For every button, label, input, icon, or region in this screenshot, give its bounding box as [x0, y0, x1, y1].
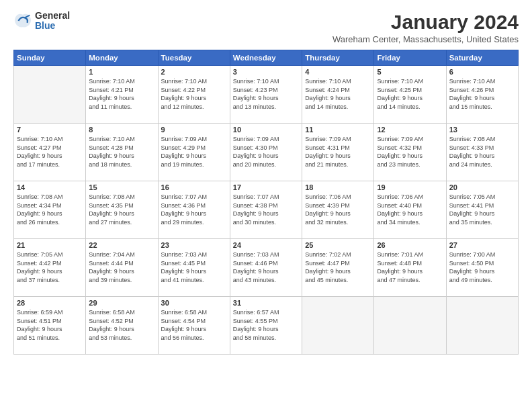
calendar: SundayMondayTuesdayWednesdayThursdayFrid… [13, 50, 519, 355]
title-section: January 2024 Wareham Center, Massachuset… [332, 11, 519, 44]
calendar-cell: 16Sunrise: 7:07 AMSunset: 4:36 PMDayligh… [158, 181, 230, 239]
header-day-sunday: Sunday [14, 50, 86, 66]
calendar-cell: 31Sunrise: 6:57 AMSunset: 4:55 PMDayligh… [230, 297, 302, 355]
day-number: 2 [161, 68, 227, 76]
day-info: Sunrise: 7:05 AMSunset: 4:41 PMDaylight:… [449, 193, 515, 226]
day-info: Sunrise: 7:04 AMSunset: 4:44 PMDaylight:… [89, 250, 154, 284]
day-number: 16 [161, 183, 227, 191]
day-number: 27 [449, 241, 515, 249]
day-number: 7 [17, 126, 83, 134]
day-info: Sunrise: 7:09 AMSunset: 4:29 PMDaylight:… [161, 135, 227, 169]
calendar-cell: 12Sunrise: 7:09 AMSunset: 4:32 PMDayligh… [374, 124, 446, 181]
day-number: 4 [305, 68, 371, 76]
day-info: Sunrise: 7:10 AMSunset: 4:25 PMDaylight:… [377, 77, 443, 111]
day-info: Sunrise: 7:08 AMSunset: 4:34 PMDaylight:… [17, 193, 83, 226]
week-row-3: 14Sunrise: 7:08 AMSunset: 4:34 PMDayligh… [14, 181, 519, 239]
day-info: Sunrise: 7:10 AMSunset: 4:21 PMDaylight:… [89, 77, 154, 111]
logo-icon [13, 11, 32, 30]
day-info: Sunrise: 7:03 AMSunset: 4:45 PMDaylight:… [161, 250, 227, 284]
calendar-cell: 7Sunrise: 7:10 AMSunset: 4:27 PMDaylight… [14, 124, 86, 181]
day-info: Sunrise: 7:03 AMSunset: 4:46 PMDaylight:… [233, 250, 299, 284]
logo-blue: Blue [35, 21, 70, 31]
day-number: 10 [233, 126, 299, 134]
day-number: 8 [89, 126, 154, 134]
day-info: Sunrise: 7:10 AMSunset: 4:27 PMDaylight:… [17, 135, 83, 169]
calendar-cell: 2Sunrise: 7:10 AMSunset: 4:22 PMDaylight… [158, 66, 230, 124]
calendar-cell: 14Sunrise: 7:08 AMSunset: 4:34 PMDayligh… [14, 181, 86, 239]
calendar-cell: 26Sunrise: 7:01 AMSunset: 4:48 PMDayligh… [374, 239, 446, 297]
day-number: 22 [89, 241, 154, 249]
calendar-cell: 6Sunrise: 7:10 AMSunset: 4:26 PMDaylight… [446, 66, 518, 124]
calendar-cell: 29Sunrise: 6:58 AMSunset: 4:52 PMDayligh… [86, 297, 158, 355]
logo-text: General Blue [35, 11, 70, 32]
day-info: Sunrise: 7:07 AMSunset: 4:38 PMDaylight:… [233, 193, 299, 226]
logo: General Blue [13, 11, 70, 32]
day-number: 1 [89, 68, 154, 76]
header-day-wednesday: Wednesday [230, 50, 302, 66]
day-info: Sunrise: 7:09 AMSunset: 4:32 PMDaylight:… [377, 135, 443, 169]
calendar-cell: 28Sunrise: 6:59 AMSunset: 4:51 PMDayligh… [14, 297, 86, 355]
day-number: 23 [161, 241, 227, 249]
day-number: 25 [305, 241, 371, 249]
day-number: 15 [89, 183, 154, 191]
day-info: Sunrise: 7:09 AMSunset: 4:30 PMDaylight:… [233, 135, 299, 169]
calendar-cell: 3Sunrise: 7:10 AMSunset: 4:23 PMDaylight… [230, 66, 302, 124]
day-number: 9 [161, 126, 227, 134]
day-info: Sunrise: 7:07 AMSunset: 4:36 PMDaylight:… [161, 193, 227, 226]
day-info: Sunrise: 7:08 AMSunset: 4:33 PMDaylight:… [449, 135, 515, 169]
day-number: 12 [377, 126, 443, 134]
logo-general: General [35, 11, 70, 21]
calendar-cell: 21Sunrise: 7:05 AMSunset: 4:42 PMDayligh… [14, 239, 86, 297]
day-number: 6 [449, 68, 515, 76]
calendar-cell: 22Sunrise: 7:04 AMSunset: 4:44 PMDayligh… [86, 239, 158, 297]
day-info: Sunrise: 6:58 AMSunset: 4:52 PMDaylight:… [89, 308, 154, 342]
calendar-cell [374, 297, 446, 355]
calendar-cell: 15Sunrise: 7:08 AMSunset: 4:35 PMDayligh… [86, 181, 158, 239]
day-number: 31 [233, 299, 299, 307]
day-info: Sunrise: 6:58 AMSunset: 4:54 PMDaylight:… [161, 308, 227, 342]
calendar-cell: 18Sunrise: 7:06 AMSunset: 4:39 PMDayligh… [302, 181, 374, 239]
day-number: 28 [17, 299, 83, 307]
month-title: January 2024 [332, 11, 519, 33]
calendar-cell: 8Sunrise: 7:10 AMSunset: 4:28 PMDaylight… [86, 124, 158, 181]
day-number: 17 [233, 183, 299, 191]
calendar-cell: 27Sunrise: 7:00 AMSunset: 4:50 PMDayligh… [446, 239, 518, 297]
day-number: 18 [305, 183, 371, 191]
day-number: 30 [161, 299, 227, 307]
day-info: Sunrise: 7:05 AMSunset: 4:42 PMDaylight:… [17, 250, 83, 284]
header-day-tuesday: Tuesday [158, 50, 230, 66]
header-day-friday: Friday [374, 50, 446, 66]
day-info: Sunrise: 7:09 AMSunset: 4:31 PMDaylight:… [305, 135, 371, 169]
calendar-cell: 19Sunrise: 7:06 AMSunset: 4:40 PMDayligh… [374, 181, 446, 239]
day-number: 20 [449, 183, 515, 191]
calendar-cell: 1Sunrise: 7:10 AMSunset: 4:21 PMDaylight… [86, 66, 158, 124]
day-info: Sunrise: 7:06 AMSunset: 4:39 PMDaylight:… [305, 193, 371, 226]
calendar-cell: 9Sunrise: 7:09 AMSunset: 4:29 PMDaylight… [158, 124, 230, 181]
calendar-cell: 30Sunrise: 6:58 AMSunset: 4:54 PMDayligh… [158, 297, 230, 355]
day-info: Sunrise: 7:06 AMSunset: 4:40 PMDaylight:… [377, 193, 443, 226]
day-number: 24 [233, 241, 299, 249]
day-number: 29 [89, 299, 154, 307]
calendar-cell: 4Sunrise: 7:10 AMSunset: 4:24 PMDaylight… [302, 66, 374, 124]
day-info: Sunrise: 7:10 AMSunset: 4:23 PMDaylight:… [233, 77, 299, 111]
calendar-cell: 24Sunrise: 7:03 AMSunset: 4:46 PMDayligh… [230, 239, 302, 297]
week-row-2: 7Sunrise: 7:10 AMSunset: 4:27 PMDaylight… [14, 124, 519, 181]
day-info: Sunrise: 7:10 AMSunset: 4:28 PMDaylight:… [89, 135, 154, 169]
day-number: 11 [305, 126, 371, 134]
day-info: Sunrise: 6:59 AMSunset: 4:51 PMDaylight:… [17, 308, 83, 342]
week-row-4: 21Sunrise: 7:05 AMSunset: 4:42 PMDayligh… [14, 239, 519, 297]
day-info: Sunrise: 7:02 AMSunset: 4:47 PMDaylight:… [305, 250, 371, 284]
day-number: 3 [233, 68, 299, 76]
calendar-cell [14, 66, 86, 124]
day-number: 5 [377, 68, 443, 76]
calendar-header-row: SundayMondayTuesdayWednesdayThursdayFrid… [14, 50, 519, 66]
day-number: 14 [17, 183, 83, 191]
calendar-cell: 10Sunrise: 7:09 AMSunset: 4:30 PMDayligh… [230, 124, 302, 181]
day-info: Sunrise: 7:08 AMSunset: 4:35 PMDaylight:… [89, 193, 154, 226]
calendar-cell: 5Sunrise: 7:10 AMSunset: 4:25 PMDaylight… [374, 66, 446, 124]
week-row-5: 28Sunrise: 6:59 AMSunset: 4:51 PMDayligh… [14, 297, 519, 355]
day-number: 26 [377, 241, 443, 249]
calendar-cell: 13Sunrise: 7:08 AMSunset: 4:33 PMDayligh… [446, 124, 518, 181]
header-day-monday: Monday [86, 50, 158, 66]
day-number: 21 [17, 241, 83, 249]
